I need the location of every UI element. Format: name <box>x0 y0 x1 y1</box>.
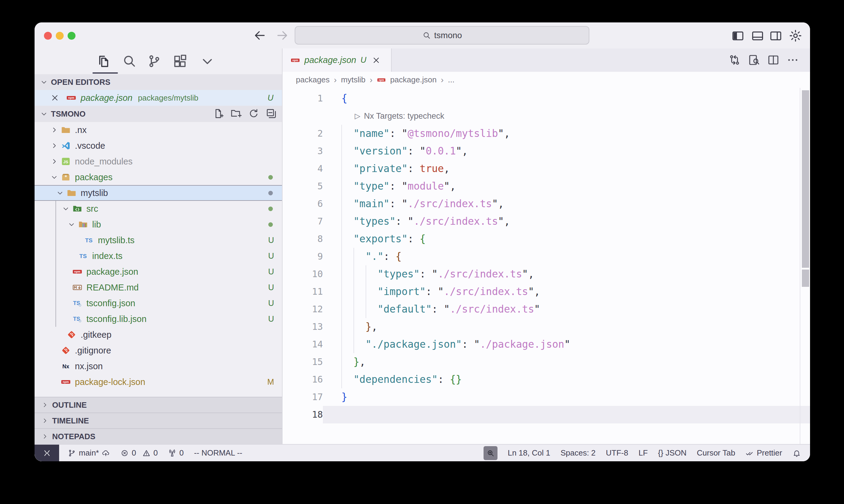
tree-item-lib[interactable]: lib <box>35 217 282 232</box>
status-cursor-position[interactable]: Ln 18, Col 1 <box>508 448 550 458</box>
status-formatter[interactable]: Prettier <box>745 448 782 458</box>
code-line-10[interactable]: 10 "types": "./src/index.ts", <box>282 265 810 283</box>
breadcrumb-item-packages[interactable]: packages <box>296 75 329 85</box>
status-indentation[interactable]: Spaces: 2 <box>561 448 596 458</box>
chevron-right-icon[interactable] <box>50 126 58 134</box>
code-editor[interactable]: 1{▷Nx Targets: typecheck2 "name": "@tsmo… <box>282 88 810 444</box>
refresh-explorer-icon[interactable] <box>248 108 259 119</box>
tree-item-.gitignore[interactable]: .gitignore <box>35 343 282 358</box>
tree-item-src[interactable]: src <box>35 201 282 217</box>
section-header-notepads[interactable]: NOTEPADS <box>35 428 282 444</box>
forward-button[interactable] <box>275 29 289 42</box>
split-editor-icon[interactable] <box>767 54 780 66</box>
code-line-4[interactable]: 4 "private": true, <box>282 160 810 178</box>
tree-item-packages[interactable]: packages <box>35 169 282 185</box>
toggle-primary-sidebar-icon[interactable] <box>731 29 745 43</box>
code-line-9[interactable]: 9 ".": { <box>282 248 810 265</box>
code-line-6[interactable]: 6 "main": "./src/index.ts", <box>282 195 810 213</box>
tree-item-nx.json[interactable]: Nxnx.json <box>35 358 282 374</box>
code-line-16[interactable]: 16 "dependencies": {} <box>282 371 810 388</box>
tree-item-node_modules[interactable]: JSnode_modules <box>35 154 282 169</box>
code-line-8[interactable]: 8 "exports": { <box>282 230 810 248</box>
activity-item-search[interactable] <box>121 53 137 69</box>
new-folder-icon[interactable] <box>230 108 242 119</box>
collapse-folders-icon[interactable] <box>265 108 277 119</box>
status-ports[interactable]: 0 <box>168 448 184 458</box>
tree-item-mytslib.ts[interactable]: TSmytslib.tsU <box>35 232 282 248</box>
chevron-down-icon[interactable] <box>56 189 64 197</box>
more-actions-icon[interactable] <box>787 54 799 66</box>
scrollbar-thumb[interactable] <box>802 90 809 268</box>
status-text: -- NORMAL -- <box>194 448 242 458</box>
tree-item-tsconfig.lib.json[interactable]: TStsconfig.lib.jsonU <box>35 311 282 327</box>
close-tab-icon[interactable] <box>372 56 381 65</box>
status-git-branch[interactable]: main* <box>68 448 110 458</box>
zoom-window-button[interactable] <box>68 32 75 40</box>
status-cursor-tab[interactable]: Cursor Tab <box>697 448 736 458</box>
open-editors-header[interactable]: OPEN EDITORS <box>35 74 282 90</box>
status-eol[interactable]: LF <box>638 448 648 458</box>
breadcrumb-item-package.json[interactable]: package.json <box>390 75 436 85</box>
code-line-15[interactable]: 15 }, <box>282 353 810 371</box>
code-line-12[interactable]: 12 "default": "./src/index.ts" <box>282 301 810 318</box>
tree-item-mytslib[interactable]: mytslib <box>35 185 282 201</box>
tree-item-.gitkeep[interactable]: .gitkeep <box>35 327 282 343</box>
section-header-outline[interactable]: OUTLINE <box>35 397 282 413</box>
status-notifications[interactable] <box>792 449 801 457</box>
editor-scrollbar[interactable] <box>800 88 810 444</box>
status-encoding[interactable]: UTF-8 <box>606 448 628 458</box>
tree-item-package-lock.json[interactable]: npmpackage-lock.jsonM <box>35 374 282 390</box>
new-file-icon[interactable] <box>213 108 224 119</box>
status-remote-indicator[interactable] <box>35 445 59 461</box>
activity-item-explorer[interactable] <box>96 53 111 69</box>
activity-item-views-more[interactable] <box>200 53 215 69</box>
search-editor-icon[interactable] <box>747 54 760 66</box>
status-problems[interactable]: 00 <box>120 448 158 458</box>
activity-item-source-control[interactable] <box>147 53 162 69</box>
code-line-1[interactable]: 1{ <box>282 90 810 107</box>
status-text: main* <box>79 448 99 458</box>
back-button[interactable] <box>253 29 267 42</box>
settings-gear-icon[interactable] <box>789 29 803 43</box>
open-changes-icon[interactable] <box>728 54 741 66</box>
toggle-secondary-sidebar-icon[interactable] <box>769 29 783 43</box>
tower-icon <box>168 449 176 457</box>
code-line-13[interactable]: 13 }, <box>282 318 810 336</box>
close-window-button[interactable] <box>44 32 52 40</box>
tree-item-package.json[interactable]: npmpackage.jsonU <box>35 264 282 280</box>
code-line-3[interactable]: 3 "version": "0.0.1", <box>282 142 810 160</box>
open-editor-item-package.json[interactable]: npm package.json packages/mytslib U <box>35 90 282 106</box>
scrollbar-thumb[interactable] <box>802 270 809 287</box>
tree-item-.vscode[interactable]: .vscode <box>35 138 282 154</box>
breadcrumb-item-mytslib[interactable]: mytslib <box>341 75 366 85</box>
breadcrumb-item-...[interactable]: ... <box>448 75 454 85</box>
minimize-window-button[interactable] <box>56 32 64 40</box>
status-vim-mode[interactable]: -- NORMAL -- <box>194 448 242 458</box>
command-center-search[interactable]: tsmono <box>295 26 589 44</box>
chevron-down-icon[interactable] <box>62 205 70 213</box>
chevron-down-icon[interactable] <box>50 173 58 181</box>
tree-item-README.md[interactable]: README.mdU <box>35 280 282 295</box>
close-icon[interactable] <box>50 93 59 102</box>
tree-item-tsconfig.json[interactable]: TStsconfig.jsonU <box>35 295 282 311</box>
code-line-11[interactable]: 11 "import": "./src/index.ts", <box>282 283 810 301</box>
status-language-mode[interactable]: {} JSON <box>658 448 687 458</box>
tree-item-.nx[interactable]: .nx <box>35 122 282 138</box>
explorer-section-header[interactable]: TSMONO <box>35 106 282 122</box>
chevron-down-icon[interactable] <box>68 220 75 228</box>
code-line-18[interactable]: 18 <box>282 406 810 424</box>
codelens-nx-targets[interactable]: ▷Nx Targets: typecheck <box>282 107 810 125</box>
activity-item-extensions[interactable] <box>172 53 188 69</box>
tab-package.json[interactable]: npm package.json U <box>282 49 392 72</box>
code-line-17[interactable]: 17} <box>282 388 810 406</box>
code-line-7[interactable]: 7 "types": "./src/index.ts", <box>282 213 810 230</box>
chevron-right-icon[interactable] <box>50 158 58 165</box>
code-line-2[interactable]: 2 "name": "@tsmono/mytslib", <box>282 125 810 142</box>
toggle-panel-icon[interactable] <box>751 29 764 43</box>
code-line-14[interactable]: 14 "./package.json": "./package.json" <box>282 336 810 353</box>
chevron-right-icon[interactable] <box>50 142 58 150</box>
tree-item-index.ts[interactable]: TSindex.tsU <box>35 248 282 264</box>
status-zoom-indicator[interactable] <box>484 446 498 460</box>
section-header-timeline[interactable]: TIMELINE <box>35 413 282 428</box>
code-line-5[interactable]: 5 "type": "module", <box>282 178 810 195</box>
